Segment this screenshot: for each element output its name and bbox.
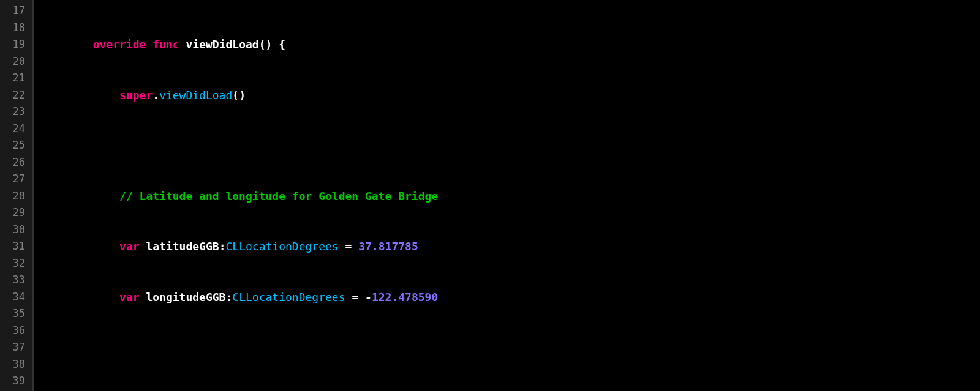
code-line-blank[interactable] — [40, 137, 980, 154]
code-editor[interactable]: 17 18 19 20 21 22 23 24 25 26 27 28 29 3… — [0, 0, 980, 391]
space — [140, 240, 146, 253]
line-number: 24 — [5, 121, 25, 138]
line-number: 22 — [5, 87, 25, 104]
line-number: 31 — [5, 238, 25, 255]
space — [272, 38, 279, 51]
line-number: 19 — [5, 36, 25, 53]
line-number: 36 — [5, 322, 25, 340]
line-number: 25 — [5, 137, 25, 154]
code-area[interactable]: override func viewDidLoad() { super.view… — [34, 0, 980, 391]
indent — [40, 190, 119, 203]
space — [179, 38, 186, 51]
method-call: viewDidLoad — [159, 89, 232, 102]
number-literal: 37.817785 — [358, 240, 418, 253]
keyword-override: override — [93, 38, 146, 51]
line-number: 34 — [5, 289, 25, 306]
type: CLLocationDegrees — [232, 291, 345, 303]
type: CLLocationDegrees — [225, 240, 338, 253]
line-number: 32 — [5, 255, 25, 272]
code-line-blank[interactable] — [40, 339, 980, 356]
line-number: 35 — [5, 305, 25, 322]
line-number: 38 — [5, 356, 25, 373]
brace-open: { — [279, 38, 285, 51]
indent — [40, 291, 119, 303]
parens: () — [259, 38, 273, 51]
colon: : — [219, 240, 226, 253]
line-number: 28 — [5, 188, 25, 205]
line-number: 18 — [5, 20, 25, 37]
code-line[interactable]: var latitudeGGB:CLLocationDegrees = 37.8… — [40, 238, 980, 255]
line-number-gutter: 17 18 19 20 21 22 23 24 25 26 27 28 29 3… — [0, 0, 34, 391]
keyword-var: var — [119, 240, 140, 253]
space — [339, 240, 345, 253]
space — [358, 291, 365, 303]
code-line[interactable]: var longitudeGGB:CLLocationDegrees = -12… — [40, 289, 980, 306]
line-number: 37 — [5, 339, 25, 356]
keyword-func: func — [153, 38, 179, 51]
line-number: 30 — [5, 222, 25, 239]
code-line[interactable]: super.viewDidLoad() — [40, 87, 980, 104]
function-name: viewDidLoad — [186, 38, 258, 51]
line-number: 27 — [5, 171, 25, 188]
negative-sign: - — [365, 291, 372, 303]
dot: . — [153, 89, 159, 102]
space — [352, 240, 358, 253]
line-number: 20 — [5, 53, 25, 70]
line-number: 23 — [5, 103, 25, 121]
space — [345, 291, 352, 303]
line-number: 29 — [5, 204, 25, 222]
equals: = — [352, 291, 358, 303]
comment: // Latitude and longitude for Golden Gat… — [119, 190, 438, 203]
indent — [40, 38, 93, 51]
equals: = — [345, 240, 352, 253]
code-line[interactable]: override func viewDidLoad() { — [40, 36, 980, 53]
line-number: 26 — [5, 154, 25, 171]
identifier: latitudeGGB — [146, 240, 219, 253]
code-line[interactable]: // Latitude and longitude for Golden Gat… — [40, 188, 980, 205]
keyword-var: var — [119, 291, 140, 303]
indent — [40, 240, 119, 253]
colon: : — [225, 291, 232, 303]
line-number: 21 — [5, 70, 25, 87]
parens: () — [232, 89, 246, 102]
line-number: 17 — [5, 2, 25, 20]
identifier: longitudeGGB — [146, 291, 225, 303]
space — [146, 38, 153, 51]
keyword-super: super — [119, 89, 153, 102]
indent — [40, 89, 119, 102]
line-number: 39 — [5, 373, 25, 390]
line-number: 33 — [5, 272, 25, 289]
number-literal: 122.478590 — [372, 291, 438, 303]
space — [140, 291, 146, 303]
